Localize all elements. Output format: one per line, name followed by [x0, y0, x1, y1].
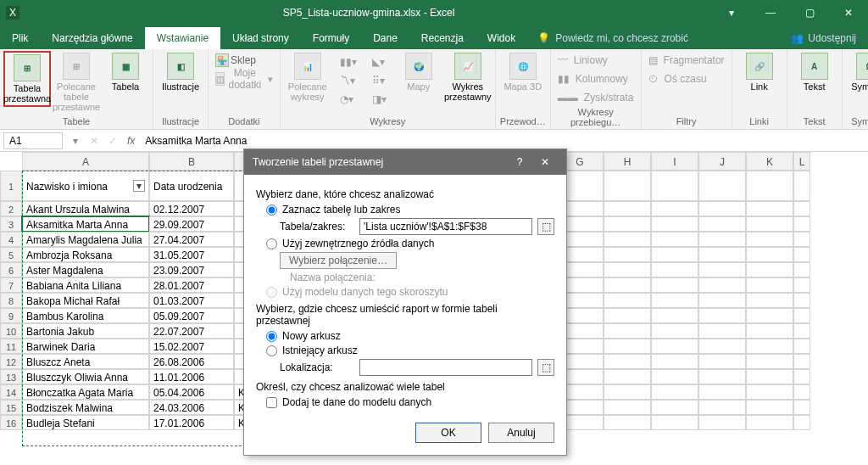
chart-type-2[interactable]: 〽▾ — [337, 71, 360, 90]
cell[interactable] — [793, 400, 810, 415]
cell[interactable]: Akant Urszula Malwina — [22, 201, 149, 216]
dialog-close-icon[interactable]: ✕ — [532, 149, 558, 175]
cell[interactable] — [651, 232, 698, 247]
cell[interactable] — [604, 354, 651, 369]
row-header[interactable]: 14 — [0, 384, 22, 400]
cell[interactable] — [604, 201, 651, 216]
cell[interactable] — [793, 308, 810, 323]
cell[interactable] — [746, 308, 793, 323]
cell[interactable] — [793, 216, 810, 232]
header-cell[interactable] — [698, 171, 746, 201]
cell[interactable] — [698, 339, 746, 354]
cell[interactable] — [746, 277, 793, 293]
cell[interactable]: Bambus Karolina — [22, 308, 149, 323]
recommended-charts-button[interactable]: 📊 Polecane wykresy — [284, 51, 331, 104]
row-header[interactable]: 6 — [0, 262, 22, 277]
cell[interactable] — [698, 247, 746, 262]
cell[interactable]: Bluszczyk Oliwia Anna — [22, 369, 149, 384]
cell[interactable] — [746, 384, 793, 400]
row-header[interactable]: 9 — [0, 308, 22, 323]
cell[interactable]: Bartonia Jakub — [22, 323, 149, 339]
cell[interactable] — [698, 384, 746, 400]
cell[interactable] — [604, 216, 651, 232]
cell[interactable] — [793, 201, 810, 216]
map-3d-button[interactable]: 🌐 Mapa 3D — [499, 51, 547, 93]
cell[interactable]: 24.03.2006 — [149, 400, 234, 415]
tab-wstawianie[interactable]: Wstawianie — [145, 27, 220, 49]
cell[interactable]: Budleja Stefani — [22, 415, 149, 430]
cell[interactable] — [698, 354, 746, 369]
row-header[interactable]: 2 — [0, 201, 22, 216]
cell[interactable] — [604, 232, 651, 247]
column-header[interactable]: A — [22, 152, 149, 171]
sparkline-column-button[interactable]: ▮▮ Kolumnowy — [554, 70, 637, 88]
cell[interactable] — [793, 354, 810, 369]
cell[interactable]: Ambrozja Roksana — [22, 247, 149, 262]
cell[interactable]: Bluszcz Aneta — [22, 354, 149, 369]
cell[interactable]: 26.08.2006 — [149, 354, 234, 369]
cell[interactable] — [651, 323, 698, 339]
filter-dropdown-icon[interactable]: ▾ — [133, 180, 145, 192]
cell[interactable]: Barwinek Daria — [22, 339, 149, 354]
collapse-dialog-icon-2[interactable]: ⬚ — [537, 359, 554, 376]
cell[interactable] — [604, 384, 651, 400]
chart-type-5[interactable]: ⠿▾ — [369, 71, 390, 90]
cell[interactable] — [746, 247, 793, 262]
table-range-input[interactable] — [359, 218, 532, 235]
radio-new-sheet[interactable] — [266, 331, 277, 342]
row-header[interactable]: 4 — [0, 232, 22, 247]
cell[interactable]: 05.09.2007 — [149, 308, 234, 323]
slicer-button[interactable]: ▤ Fragmentator — [645, 51, 728, 70]
cell[interactable] — [746, 354, 793, 369]
minimize-icon[interactable]: — — [751, 0, 790, 25]
cell[interactable] — [604, 293, 651, 308]
cell[interactable]: 15.02.2007 — [149, 339, 234, 354]
column-header[interactable]: L — [793, 152, 810, 171]
pivot-table-button[interactable]: ⊞ Tabela przestawna — [3, 51, 51, 107]
cell[interactable] — [651, 277, 698, 293]
row-header[interactable]: 12 — [0, 354, 22, 369]
cell[interactable]: Błonczatka Agata Maria — [22, 384, 149, 400]
row-header[interactable]: 16 — [0, 415, 22, 430]
cell[interactable] — [793, 232, 810, 247]
cell[interactable] — [793, 293, 810, 308]
cell[interactable] — [746, 400, 793, 415]
radio-external[interactable] — [266, 238, 277, 249]
chart-type-1[interactable]: ▮▮▾ — [337, 53, 360, 71]
illustrations-button[interactable]: ◧ Ilustracje — [157, 51, 204, 93]
collapse-dialog-icon[interactable]: ⬚ — [537, 218, 554, 235]
tab-narzedzia-glowne[interactable]: Narzędzia główne — [40, 27, 144, 49]
pivot-chart-button[interactable]: 📈 Wykres przestawny — [444, 51, 492, 104]
cell[interactable] — [746, 201, 793, 216]
tab-widok[interactable]: Widok — [476, 27, 527, 49]
cell[interactable] — [746, 232, 793, 247]
option-new-sheet[interactable]: Nowy arkusz — [266, 330, 554, 342]
row-header[interactable]: 8 — [0, 293, 22, 308]
cell[interactable] — [793, 277, 810, 293]
maximize-icon[interactable]: ▢ — [790, 0, 829, 25]
table-button[interactable]: ▦ Tabela — [102, 51, 149, 93]
formula-input[interactable]: Aksamitka Marta Anna — [140, 133, 868, 148]
cell[interactable] — [651, 216, 698, 232]
cell[interactable]: 31.05.2007 — [149, 247, 234, 262]
name-box[interactable] — [3, 132, 63, 149]
column-header[interactable]: J — [698, 152, 746, 171]
cell[interactable] — [604, 308, 651, 323]
tell-me-search[interactable]: 💡 Powiedz mi, co chcesz zrobić — [527, 27, 779, 49]
cell[interactable] — [604, 247, 651, 262]
cell[interactable] — [651, 247, 698, 262]
symbols-button[interactable]: Ω Symbole — [846, 51, 868, 93]
cell[interactable]: 29.09.2007 — [149, 216, 234, 232]
cell[interactable]: 22.07.2007 — [149, 323, 234, 339]
cell[interactable]: Aster Magdalena — [22, 262, 149, 277]
row-header[interactable]: 15 — [0, 400, 22, 415]
tab-dane[interactable]: Dane — [361, 27, 409, 49]
cell[interactable] — [698, 201, 746, 216]
cell[interactable] — [651, 369, 698, 384]
header-cell[interactable] — [651, 171, 698, 201]
cell[interactable]: 11.01.2006 — [149, 369, 234, 384]
row-header[interactable]: 3 — [0, 216, 22, 232]
location-input[interactable] — [359, 359, 532, 376]
column-header[interactable]: K — [746, 152, 793, 171]
cell[interactable]: Aksamitka Marta Anna — [22, 216, 149, 232]
